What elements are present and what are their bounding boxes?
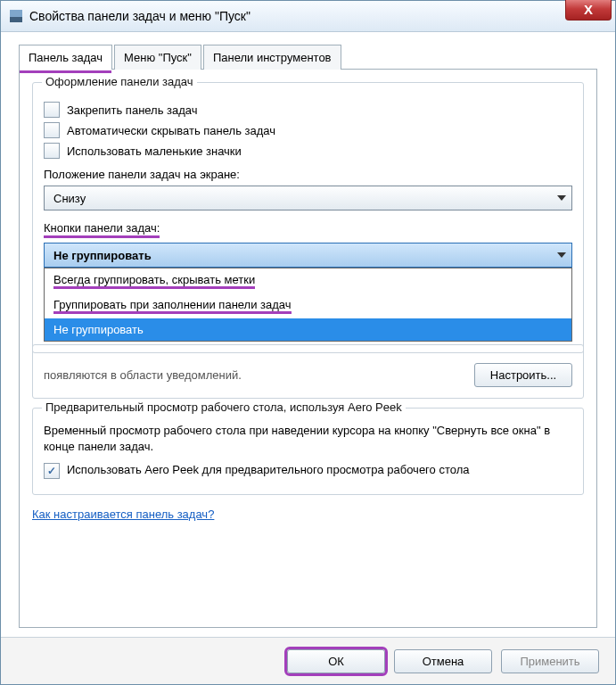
tab-label: Панель задач — [29, 51, 103, 64]
checkbox-label: Закрепить панель задач — [67, 103, 198, 117]
checkbox-autohide[interactable] — [44, 122, 60, 138]
tab-label: Панели инструментов — [213, 51, 332, 64]
window-title: Свойства панели задач и меню "Пуск" — [29, 9, 251, 23]
buttons-label: Кнопки панели задач: — [44, 221, 160, 238]
notify-text-fragment: появляются в области уведомлений. — [44, 368, 242, 382]
chevron-down-icon — [557, 252, 566, 258]
group-legend: Предварительный просмотр рабочего стола,… — [42, 400, 406, 414]
checkbox-small-icons[interactable] — [44, 143, 60, 159]
tab-start-menu[interactable]: Меню "Пуск" — [114, 45, 201, 70]
option-label: Всегда группировать, скрывать метки — [53, 273, 255, 289]
svg-rect-1 — [10, 17, 22, 22]
option-label: Не группировать — [53, 323, 144, 336]
group-aero-peek: Предварительный просмотр рабочего стола,… — [32, 408, 584, 495]
option-never-group[interactable]: Не группировать — [45, 318, 571, 341]
tab-taskbar[interactable]: Панель задач — [19, 45, 112, 70]
help-link[interactable]: Как настраивается панель задач? — [32, 508, 584, 521]
checkbox-label: Автоматически скрывать панель задач — [67, 124, 275, 137]
tab-label: Меню "Пуск" — [124, 51, 192, 64]
group-legend: Оформление панели задач — [42, 75, 197, 88]
tab-strip: Панель задач Меню "Пуск" Панели инструме… — [19, 45, 597, 70]
group-appearance: Оформление панели задач Закрепить панель… — [32, 82, 584, 353]
dialog-window: Свойства панели задач и меню "Пуск" X Па… — [0, 0, 616, 685]
dropdown-taskbar-buttons: Всегда группировать, скрывать метки Груп… — [44, 268, 572, 342]
select-taskbar-buttons[interactable]: Не группировать — [44, 243, 572, 268]
select-position[interactable]: Снизу — [44, 186, 572, 210]
cancel-button[interactable]: Отмена — [394, 649, 492, 673]
dialog-footer: ОК Отмена Применить — [1, 637, 615, 684]
checkbox-lock-taskbar[interactable] — [44, 102, 60, 118]
app-icon — [8, 8, 24, 24]
select-value: Снизу — [53, 192, 86, 205]
checkbox-label: Использовать Aero Peek для предварительн… — [67, 463, 470, 476]
option-label: Группировать при заполнении панели задач — [53, 298, 292, 314]
option-group-when-full[interactable]: Группировать при заполнении панели задач — [45, 293, 571, 318]
tab-toolbars[interactable]: Панели инструментов — [203, 45, 341, 70]
group-notification-area: появляются в области уведомлений. Настро… — [32, 344, 584, 399]
checkbox-label: Использовать маленькие значки — [67, 144, 242, 158]
tab-panel-taskbar: Оформление панели задач Закрепить панель… — [19, 69, 597, 628]
title-bar[interactable]: Свойства панели задач и меню "Пуск" X — [1, 1, 615, 32]
position-label: Положение панели задач на экране: — [44, 168, 240, 181]
customize-button[interactable]: Настроить... — [474, 363, 572, 387]
option-always-group[interactable]: Всегда группировать, скрывать метки — [45, 268, 571, 293]
select-value: Не группировать — [53, 249, 152, 262]
aero-description: Временный просмотр рабочего стола при на… — [44, 423, 572, 454]
apply-button[interactable]: Применить — [501, 649, 599, 673]
ok-button[interactable]: ОК — [287, 649, 385, 673]
close-button[interactable]: X — [565, 0, 612, 21]
chevron-down-icon — [557, 195, 566, 201]
highlight-underline — [20, 70, 111, 73]
checkbox-aero-peek[interactable] — [44, 463, 60, 479]
